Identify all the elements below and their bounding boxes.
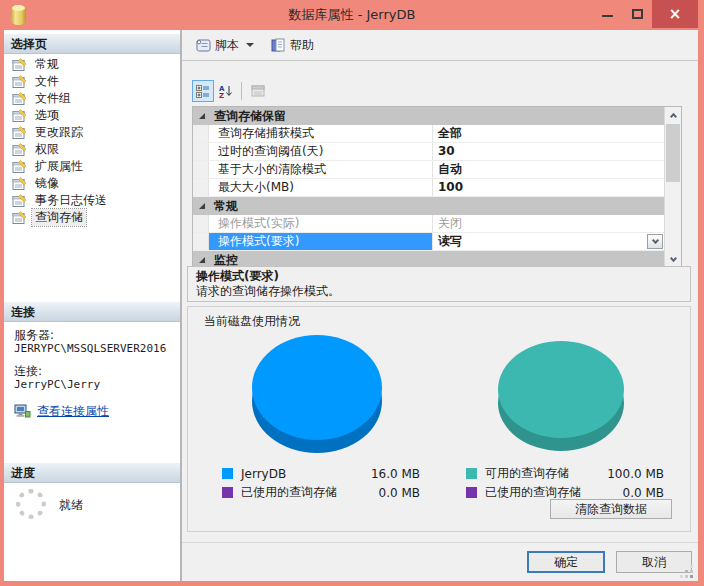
- legend-swatch: [222, 468, 233, 479]
- alphabetical-sort-button[interactable]: A Z: [214, 80, 236, 102]
- categorized-icon: [196, 84, 210, 98]
- close-button[interactable]: ×: [652, 0, 698, 28]
- dialog-toolbar: 脚本 帮助: [182, 30, 698, 61]
- property-description-text: 请求的查询储存操作模式。: [196, 284, 682, 298]
- sidebar-item-label: 查询存储: [32, 209, 86, 226]
- script-button[interactable]: 脚本: [191, 33, 258, 57]
- legend-label: 可用的查询存储: [485, 465, 569, 482]
- property-row[interactable]: 操作模式(要求)读写: [193, 233, 664, 251]
- maximize-button[interactable]: [622, 0, 652, 28]
- property-row[interactable]: 最大大小(MB)100: [193, 179, 664, 197]
- sidebar-item-label: 常规: [32, 56, 62, 73]
- legend-item: 可用的查询存储100.0 MB: [466, 464, 664, 483]
- help-button[interactable]: 帮助: [266, 33, 318, 57]
- legend-label: 已使用的查询存储: [241, 484, 337, 501]
- page-icon: [12, 109, 28, 123]
- toolbar-separator: [241, 82, 242, 100]
- property-value[interactable]: 全部: [433, 125, 664, 142]
- disk-usage-group: 当前磁盘使用情况 JerryDB16.0 MB已使用的查询存储0.0 MB 可用…: [187, 306, 691, 532]
- collapse-triangle-icon: [199, 113, 205, 119]
- sidebar-item-4[interactable]: 更改跟踪: [4, 124, 180, 141]
- legend-label: JerryDB: [241, 467, 286, 481]
- purge-query-data-button[interactable]: 清除查询数据: [550, 499, 672, 519]
- sidebar-item-8[interactable]: 事务日志传送: [4, 192, 180, 209]
- page-icon: [12, 177, 28, 191]
- legend-value: 100.0 MB: [607, 467, 664, 481]
- server-label: 服务器:: [14, 328, 180, 342]
- row-gutter: [193, 215, 209, 232]
- sidebar-item-label: 选项: [32, 107, 62, 124]
- minimize-button[interactable]: [592, 0, 622, 28]
- page-icon: [12, 160, 28, 174]
- scrollbar-thumb[interactable]: [666, 124, 680, 182]
- property-name: 最大大小(MB): [209, 179, 433, 196]
- resize-grip[interactable]: [690, 575, 693, 578]
- page-icon: [12, 75, 28, 89]
- page-icon: [12, 211, 28, 225]
- sidebar-item-0[interactable]: 常规: [4, 56, 180, 73]
- progress-block: 就绪: [4, 489, 180, 549]
- sidebar-item-label: 事务日志传送: [32, 192, 110, 209]
- vertical-scrollbar[interactable]: [664, 107, 681, 268]
- property-category-row[interactable]: 常规: [193, 197, 664, 215]
- chevron-down-icon: [669, 255, 676, 262]
- page-icon: [12, 58, 28, 72]
- property-row[interactable]: 过时的查询阈值(天)30: [193, 143, 664, 161]
- connection-label: 连接:: [14, 364, 180, 378]
- property-name: 操作模式(实际): [209, 215, 433, 232]
- query-store-size-pie-chart: [498, 341, 624, 451]
- ok-button[interactable]: 确定: [527, 551, 605, 573]
- right-panel: 脚本 帮助: [181, 30, 698, 581]
- connection-value: JerryPC\Jerry: [14, 378, 180, 392]
- scroll-up-button[interactable]: [665, 107, 681, 123]
- property-value[interactable]: 读写: [433, 233, 664, 250]
- page-icon: [12, 194, 28, 208]
- sidebar-item-6[interactable]: 扩展属性: [4, 158, 180, 175]
- property-value[interactable]: 100: [433, 179, 664, 196]
- legend-swatch: [466, 468, 477, 479]
- page-icon: [12, 126, 28, 140]
- connection-header: 连接: [4, 302, 180, 322]
- cancel-button[interactable]: 取消: [616, 551, 692, 573]
- row-gutter: [193, 125, 209, 142]
- sidebar-item-label: 文件: [32, 73, 62, 90]
- footer-separator: [182, 542, 698, 543]
- sidebar-item-5[interactable]: 权限: [4, 141, 180, 158]
- property-row[interactable]: 查询存储捕获模式全部: [193, 125, 664, 143]
- sidebar-item-3[interactable]: 选项: [4, 107, 180, 124]
- pie-surface: [252, 335, 382, 440]
- sidebar-item-2[interactable]: 文件组: [4, 90, 180, 107]
- sidebar-item-1[interactable]: 文件: [4, 73, 180, 90]
- collapse-triangle-icon: [199, 203, 205, 209]
- property-value[interactable]: 30: [433, 143, 664, 160]
- progress-status: 就绪: [59, 497, 83, 514]
- categorized-view-button[interactable]: [192, 80, 214, 102]
- property-value[interactable]: 自动: [433, 161, 664, 178]
- connection-block: 服务器: JERRYPC\MSSQLSERVER2016 连接: JerryPC…: [4, 322, 180, 418]
- progress-spinner-icon: [16, 489, 46, 519]
- sidebar-item-7[interactable]: 镜像: [4, 175, 180, 192]
- property-category-row[interactable]: 查询存储保留: [193, 107, 664, 125]
- value-dropdown-button[interactable]: [647, 234, 663, 249]
- row-gutter: [193, 179, 209, 196]
- view-connection-properties-link[interactable]: 查看连接属性: [37, 404, 109, 418]
- script-icon: [195, 38, 212, 53]
- property-name: 查询存储捕获模式: [209, 125, 433, 142]
- svg-text:Z: Z: [219, 92, 224, 99]
- database-size-pie-chart: [252, 335, 382, 453]
- script-dropdown-caret-icon: [246, 43, 254, 47]
- progress-header: 进度: [4, 463, 180, 483]
- maximize-icon: [632, 9, 643, 19]
- page-icon: [12, 143, 28, 157]
- az-sort-icon: A Z: [218, 84, 233, 99]
- legend-item: 已使用的查询存储0.0 MB: [222, 483, 420, 502]
- query-store-pie-legend: 可用的查询存储100.0 MB已使用的查询存储0.0 MB: [466, 464, 664, 502]
- legend-item: JerryDB16.0 MB: [222, 464, 420, 483]
- property-description-title: 操作模式(要求): [196, 269, 682, 284]
- chevron-up-icon: [669, 113, 676, 120]
- property-row[interactable]: 操作模式(实际)关闭: [193, 215, 664, 233]
- sidebar-item-9[interactable]: 查询存储: [4, 209, 180, 226]
- category-label: 查询存储保留: [214, 108, 286, 125]
- property-row[interactable]: 基于大小的清除模式自动: [193, 161, 664, 179]
- legend-value: 0.0 MB: [379, 486, 420, 500]
